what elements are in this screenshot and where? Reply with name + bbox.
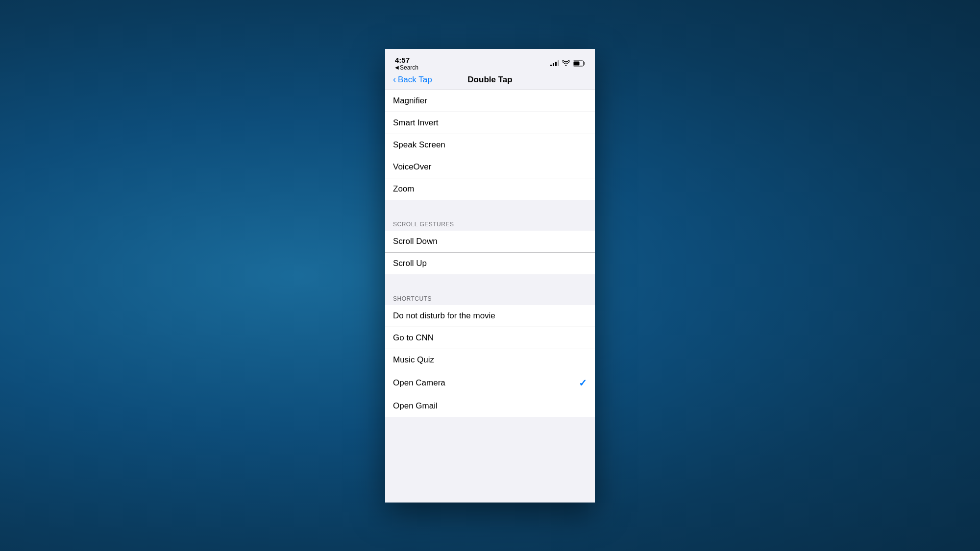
- list-item-scroll-up[interactable]: Scroll Up: [385, 253, 595, 274]
- svg-rect-1: [574, 61, 580, 65]
- accessibility-section: Magnifier Smart Invert Speak Screen Voic…: [385, 90, 595, 200]
- list-item-open-camera[interactable]: Open Camera ✓: [385, 371, 595, 395]
- open-camera-label: Open Camera: [393, 378, 445, 388]
- list-item-speak-screen[interactable]: Speak Screen: [385, 134, 595, 156]
- scroll-down-label: Scroll Down: [393, 237, 438, 246]
- list-item-music-quiz[interactable]: Music Quiz: [385, 349, 595, 371]
- list-item-smart-invert[interactable]: Smart Invert: [385, 112, 595, 134]
- zoom-label: Zoom: [393, 184, 414, 194]
- wifi-icon: [562, 60, 570, 66]
- status-time: 4:57: [395, 56, 410, 64]
- back-button[interactable]: ‹ Back Tap: [393, 74, 432, 85]
- voiceover-label: VoiceOver: [393, 162, 431, 172]
- battery-icon: [573, 60, 585, 67]
- list-item-magnifier[interactable]: Magnifier: [385, 90, 595, 112]
- shortcuts-list-group: Do not disturb for the movie Go to CNN M…: [385, 305, 595, 417]
- list-item-voiceover[interactable]: VoiceOver: [385, 156, 595, 178]
- shortcuts-section: SHORTCUTS Do not disturb for the movie G…: [385, 274, 595, 417]
- back-chevron-small: ◀: [395, 65, 399, 70]
- nav-bar: ‹ Back Tap Double Tap: [385, 75, 595, 90]
- list-item-go-to-cnn[interactable]: Go to CNN: [385, 327, 595, 349]
- list-item-open-gmail[interactable]: Open Gmail: [385, 395, 595, 417]
- music-quiz-label: Music Quiz: [393, 355, 434, 365]
- list-item-scroll-down[interactable]: Scroll Down: [385, 231, 595, 253]
- back-label: Back Tap: [398, 75, 432, 85]
- magnifier-label: Magnifier: [393, 96, 427, 106]
- scroll-divider: [385, 200, 595, 217]
- shortcuts-divider: [385, 274, 595, 291]
- status-icons: [550, 60, 585, 67]
- signal-icon: [550, 60, 559, 66]
- status-bar: 4:57 ◀ Search: [385, 49, 595, 75]
- speak-screen-label: Speak Screen: [393, 140, 445, 150]
- search-label: Search: [400, 64, 418, 71]
- smart-invert-label: Smart Invert: [393, 118, 439, 128]
- list-container[interactable]: Magnifier Smart Invert Speak Screen Voic…: [385, 90, 595, 503]
- go-to-cnn-label: Go to CNN: [393, 333, 434, 343]
- accessibility-list-group: Magnifier Smart Invert Speak Screen Voic…: [385, 90, 595, 200]
- scroll-gestures-list-group: Scroll Down Scroll Up: [385, 231, 595, 274]
- shortcuts-header: SHORTCUTS: [385, 291, 595, 305]
- scroll-gestures-section: SCROLL GESTURES Scroll Down Scroll Up: [385, 200, 595, 274]
- list-item-do-not-disturb[interactable]: Do not disturb for the movie: [385, 305, 595, 327]
- back-chevron-icon: ‹: [393, 74, 396, 85]
- iphone-screen: 4:57 ◀ Search: [385, 49, 595, 503]
- list-item-zoom[interactable]: Zoom: [385, 178, 595, 200]
- scroll-up-label: Scroll Up: [393, 259, 427, 268]
- checkmark-icon: ✓: [579, 377, 587, 389]
- open-gmail-label: Open Gmail: [393, 401, 438, 411]
- scroll-gestures-header: SCROLL GESTURES: [385, 217, 595, 231]
- nav-title: Double Tap: [467, 75, 512, 85]
- do-not-disturb-label: Do not disturb for the movie: [393, 311, 495, 321]
